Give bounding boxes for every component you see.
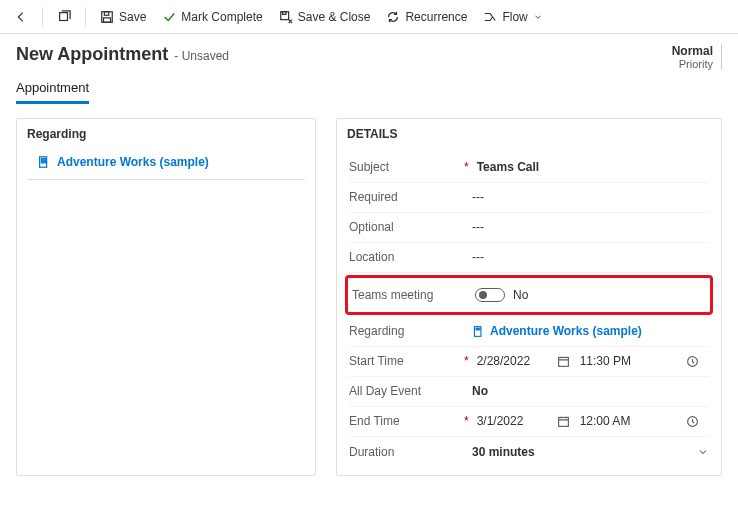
value-subject: Teams Call: [477, 160, 709, 174]
save-button[interactable]: Save: [94, 6, 152, 28]
label-teams-meeting: Teams meeting: [352, 288, 467, 302]
label-all-day: All Day Event: [349, 384, 464, 398]
value-location: ---: [472, 250, 709, 264]
recurrence-label: Recurrence: [405, 10, 467, 24]
svg-rect-10: [44, 161, 46, 163]
mark-complete-label: Mark Complete: [181, 10, 262, 24]
command-bar: Save Mark Complete Save & Close Recurren…: [0, 0, 738, 34]
field-start-time[interactable]: Start Time * 2/28/2022 11:30 PM: [349, 347, 709, 377]
save-close-button[interactable]: Save & Close: [273, 6, 377, 28]
details-title: DETAILS: [337, 119, 721, 149]
save-label: Save: [119, 10, 146, 24]
label-end-time: End Time: [349, 414, 464, 428]
priority-value: Normal: [672, 44, 713, 58]
calendar-icon[interactable]: [557, 355, 570, 368]
flow-label: Flow: [502, 10, 527, 24]
label-location: Location: [349, 250, 464, 264]
value-start-date: 2/28/2022: [477, 354, 557, 368]
value-required: ---: [472, 190, 709, 204]
priority-label: Priority: [672, 58, 713, 70]
priority-display[interactable]: Normal Priority: [672, 44, 722, 70]
regarding-link[interactable]: Adventure Works (sample): [17, 149, 315, 179]
field-required[interactable]: Required ---: [349, 183, 709, 213]
details-panel: DETAILS Subject * Teams Call Required --…: [336, 118, 722, 476]
label-optional: Optional: [349, 220, 464, 234]
svg-rect-0: [60, 12, 68, 20]
page-title: New Appointment: [16, 44, 168, 65]
svg-rect-5: [282, 11, 286, 14]
field-end-time[interactable]: End Time * 3/1/2022 12:00 AM: [349, 407, 709, 437]
value-all-day: No: [472, 384, 709, 398]
back-button[interactable]: [8, 6, 34, 28]
page-header: New Appointment - Unsaved Normal Priorit…: [0, 34, 738, 76]
field-teams-meeting[interactable]: Teams meeting No: [352, 280, 706, 310]
svg-rect-9: [41, 161, 43, 163]
content-area: Regarding Adventure Works (sample) DETAI…: [0, 104, 738, 476]
chevron-down-icon[interactable]: [697, 446, 709, 458]
chevron-down-icon: [533, 12, 543, 22]
label-regarding: Regarding: [349, 324, 464, 338]
field-optional[interactable]: Optional ---: [349, 213, 709, 243]
label-duration: Duration: [349, 445, 464, 459]
tab-bar: Appointment: [0, 76, 738, 104]
teams-meeting-toggle[interactable]: [475, 288, 505, 302]
open-new-button[interactable]: [51, 6, 77, 28]
value-start-time: 11:30 PM: [580, 354, 650, 368]
svg-rect-2: [104, 11, 108, 15]
regarding-title: Regarding: [17, 119, 315, 149]
label-subject: Subject: [349, 160, 464, 174]
regarding-link-text: Adventure Works (sample): [57, 155, 209, 169]
required-marker: *: [464, 414, 477, 428]
calendar-icon[interactable]: [557, 415, 570, 428]
label-required: Required: [349, 190, 464, 204]
value-duration: 30 minutes: [472, 445, 535, 459]
required-marker: *: [464, 354, 477, 368]
regarding-panel: Regarding Adventure Works (sample): [16, 118, 316, 476]
value-end-date: 3/1/2022: [477, 414, 557, 428]
value-end-time: 12:00 AM: [580, 414, 650, 428]
flow-button[interactable]: Flow: [477, 6, 548, 28]
value-teams-meeting: No: [513, 288, 528, 302]
field-all-day[interactable]: All Day Event No: [349, 377, 709, 407]
svg-rect-8: [44, 159, 46, 161]
clock-icon[interactable]: [686, 355, 699, 368]
clock-icon[interactable]: [686, 415, 699, 428]
value-regarding-link[interactable]: Adventure Works (sample): [472, 324, 709, 338]
label-start-time: Start Time: [349, 354, 464, 368]
field-location[interactable]: Location ---: [349, 243, 709, 273]
required-marker: *: [464, 160, 477, 174]
highlighted-teams-row: Teams meeting No: [345, 275, 713, 315]
svg-rect-7: [41, 159, 43, 161]
toolbar-divider: [42, 7, 43, 27]
svg-rect-16: [558, 417, 568, 426]
recurrence-button[interactable]: Recurrence: [380, 6, 473, 28]
field-duration[interactable]: Duration 30 minutes: [349, 437, 709, 467]
svg-rect-12: [476, 328, 478, 330]
toolbar-divider: [85, 7, 86, 27]
tab-appointment[interactable]: Appointment: [16, 76, 89, 104]
svg-rect-14: [558, 357, 568, 366]
mark-complete-button[interactable]: Mark Complete: [156, 6, 268, 28]
value-optional: ---: [472, 220, 709, 234]
save-close-label: Save & Close: [298, 10, 371, 24]
svg-rect-3: [104, 17, 111, 21]
unsaved-indicator: - Unsaved: [174, 49, 229, 63]
field-regarding[interactable]: Regarding Adventure Works (sample): [349, 317, 709, 347]
field-subject[interactable]: Subject * Teams Call: [349, 153, 709, 183]
svg-rect-13: [479, 328, 481, 330]
